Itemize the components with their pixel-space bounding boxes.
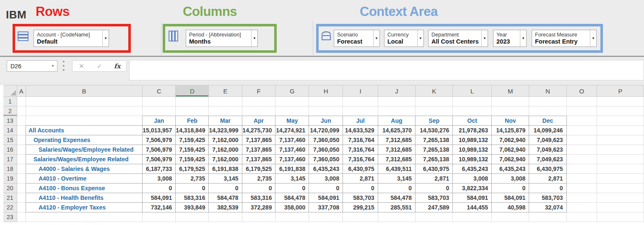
cell-F1[interactable] [242, 97, 276, 106]
cell-K14[interactable]: 14,530,276 [415, 126, 453, 135]
cell-B21[interactable]: A4110 - Health Benefits [26, 193, 143, 203]
cell-J16[interactable]: 7,312,685 [378, 145, 415, 155]
cell-B15[interactable]: Operating Expenses [26, 135, 143, 145]
chevron-down-icon[interactable]: ▼ [520, 30, 526, 47]
chevron-down-icon[interactable]: ▼ [417, 30, 423, 47]
cell-I16[interactable]: 7,316,764 [343, 145, 378, 155]
cell-H20[interactable]: 0 [309, 184, 343, 193]
cell-K1[interactable] [415, 97, 453, 106]
formula-input[interactable] [129, 60, 644, 80]
chevron-down-icon[interactable]: ▼ [590, 30, 596, 47]
cell-O13[interactable] [567, 116, 597, 126]
row-header-18[interactable]: 18 [3, 164, 17, 174]
cell-J18[interactable]: 6,439,511 [378, 164, 415, 174]
cell-F17[interactable]: 7,137,865 [242, 155, 276, 164]
cell-H14[interactable]: 14,720,099 [309, 126, 343, 135]
cell-N16[interactable]: 7,049,623 [529, 145, 566, 155]
cell-B20[interactable]: A4100 - Bonus Expense [26, 184, 143, 193]
cell-G1[interactable] [275, 97, 309, 106]
cell-B16[interactable]: Salaries/Wages/Employee Related [26, 145, 143, 155]
cell-F20[interactable]: 0 [242, 184, 276, 193]
cell-N23[interactable] [529, 212, 566, 222]
cell-A20[interactable] [17, 184, 26, 193]
cell-H19[interactable]: 3,008 [309, 174, 343, 184]
cell-H18[interactable]: 6,435,243 [309, 164, 343, 174]
chevron-down-icon[interactable]: ▼ [102, 30, 109, 47]
cell-O14[interactable] [567, 126, 597, 135]
column-header-J[interactable]: J [378, 85, 415, 97]
cell-E20[interactable]: 0 [209, 184, 242, 193]
column-header-G[interactable]: G [275, 85, 309, 97]
cell-H15[interactable]: 7,360,050 [309, 135, 343, 145]
column-header-H[interactable]: H [309, 85, 343, 97]
cell-B17[interactable]: Salaries/Wages/Employee Related [26, 155, 143, 164]
cell-I1[interactable] [343, 97, 378, 106]
cell-C19[interactable]: 3,008 [143, 174, 176, 184]
cell-I19[interactable]: 2,871 [343, 174, 378, 184]
cell-N13[interactable]: Dec [529, 116, 566, 126]
year-dropdown[interactable]: Year 2023 ▼ [493, 30, 527, 47]
cell-H1[interactable] [309, 97, 343, 106]
cell-L1[interactable] [453, 97, 492, 106]
cell-C22[interactable]: 732,146 [143, 203, 176, 212]
cell-G16[interactable]: 7,137,460 [275, 145, 309, 155]
cell-A16[interactable] [17, 145, 26, 155]
cancel-icon[interactable]: ✕ [75, 62, 88, 70]
column-header-D[interactable]: D [176, 85, 209, 97]
cell-J13[interactable]: Aug [378, 116, 415, 126]
cell-P14[interactable] [597, 126, 644, 135]
department-dropdown[interactable]: Department All Cost Centers ▼ [428, 30, 488, 47]
cell-G19[interactable]: 3,145 [275, 174, 309, 184]
cell-M15[interactable]: 7,062,940 [492, 135, 529, 145]
cell-P19[interactable] [597, 174, 644, 184]
cell-D21[interactable]: 583,316 [176, 193, 209, 203]
scenario-dropdown[interactable]: Scenario Forecast ▼ [334, 30, 380, 47]
cell-A15[interactable] [17, 135, 26, 145]
cell-L13[interactable]: Oct [453, 116, 492, 126]
cell-L14[interactable]: 21,978,263 [453, 126, 492, 135]
cell-P13[interactable] [597, 116, 644, 126]
column-header-K[interactable]: K [415, 85, 453, 97]
cell-E13[interactable]: Mar [209, 116, 242, 126]
cell-P23[interactable] [597, 212, 644, 222]
cell-N22[interactable]: 32,074 [529, 203, 566, 212]
cell-O20[interactable] [567, 184, 597, 193]
cell-M18[interactable]: 6,435,243 [492, 164, 529, 174]
cell-G13[interactable]: May [275, 116, 309, 126]
cell-D23[interactable] [176, 212, 209, 222]
cell-D19[interactable]: 2,735 [176, 174, 209, 184]
cell-D20[interactable]: 0 [176, 184, 209, 193]
cell-J2[interactable] [378, 106, 415, 116]
cell-A22[interactable] [17, 203, 26, 212]
cell-C14[interactable]: 15,013,957 [143, 126, 176, 135]
cell-O1[interactable] [567, 97, 597, 106]
column-header-F[interactable]: F [242, 85, 276, 97]
cell-F21[interactable]: 583,316 [242, 193, 276, 203]
cell-P17[interactable] [597, 155, 644, 164]
cell-I23[interactable] [343, 212, 378, 222]
cell-K20[interactable]: 0 [415, 184, 453, 193]
cell-I15[interactable]: 7,316,764 [343, 135, 378, 145]
cell-O19[interactable] [567, 174, 597, 184]
cell-G22[interactable]: 358,000 [275, 203, 309, 212]
cell-E2[interactable] [209, 106, 242, 116]
cell-E17[interactable]: 7,162,000 [209, 155, 242, 164]
cell-E22[interactable]: 382,539 [209, 203, 242, 212]
cell-D15[interactable]: 7,159,425 [176, 135, 209, 145]
cell-F14[interactable]: 14,275,730 [242, 126, 276, 135]
cell-D22[interactable]: 393,849 [176, 203, 209, 212]
cell-H17[interactable]: 7,360,050 [309, 155, 343, 164]
cell-M16[interactable]: 7,062,940 [492, 145, 529, 155]
cell-N18[interactable]: 6,430,975 [529, 164, 566, 174]
cell-G20[interactable]: 0 [275, 184, 309, 193]
chevron-down-icon[interactable]: ▼ [49, 64, 57, 68]
cell-I14[interactable]: 14,633,529 [343, 126, 378, 135]
cell-N19[interactable]: 2,871 [529, 174, 566, 184]
column-header-M[interactable]: M [492, 85, 529, 97]
cell-J15[interactable]: 7,312,685 [378, 135, 415, 145]
cell-G23[interactable] [275, 212, 309, 222]
chevron-down-icon[interactable]: ▼ [481, 30, 488, 47]
cell-O23[interactable] [567, 212, 597, 222]
column-header-O[interactable]: O [567, 85, 597, 97]
cell-C20[interactable]: 0 [143, 184, 176, 193]
